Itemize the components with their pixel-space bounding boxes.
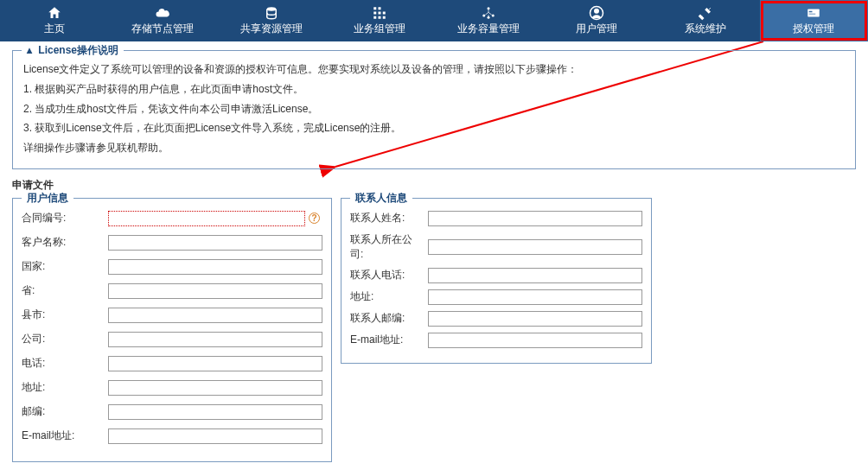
label-contract: 合同编号: (22, 211, 108, 225)
input-company[interactable] (108, 332, 322, 347)
nav-label: 业务组管理 (354, 22, 405, 36)
network-icon (480, 5, 497, 21)
nav-shared[interactable]: 共享资源管理 (217, 0, 326, 41)
row-ccompany: 联系人所在公司: (350, 232, 642, 262)
svg-point-10 (482, 15, 485, 17)
label-city: 县市: (22, 308, 108, 322)
contact-legend: 联系人信息 (350, 191, 412, 206)
nav-maintain[interactable]: 系统维护 (651, 0, 760, 41)
nav-storage[interactable]: 存储节点管理 (109, 0, 218, 41)
grid-icon (371, 5, 388, 21)
row-email: E-mail地址: (22, 428, 322, 444)
svg-rect-2 (379, 7, 381, 10)
license-desc-box: ▴ License操作说明 License文件定义了系统可以管理的设备和资源的授… (12, 50, 856, 169)
row-czip: 联系人邮编: (350, 311, 642, 327)
nav-group[interactable]: 业务组管理 (326, 0, 435, 41)
database-icon (263, 5, 280, 21)
contact-info-fieldset: 联系人信息 联系人姓名: 联系人所在公司: 联系人电话: 地址: 联系人邮编: (341, 198, 652, 364)
label-company: 公司: (22, 332, 108, 346)
desc-text: License文件定义了系统可以管理的设备和资源的授权许可信息。您要实现对系统以… (23, 60, 845, 158)
label-cphone: 联系人电话: (350, 268, 428, 282)
tools-icon (697, 5, 714, 21)
input-zip[interactable] (108, 404, 322, 420)
label-address: 地址: (22, 380, 108, 395)
svg-rect-4 (379, 12, 381, 15)
user-icon (588, 5, 605, 21)
label-province: 省: (22, 283, 108, 298)
label-country: 国家: (22, 259, 108, 274)
desc-line: License文件定义了系统可以管理的设备和资源的授权许可信息。您要实现对系统以… (23, 60, 845, 79)
input-czip[interactable] (428, 311, 642, 327)
input-contract[interactable] (108, 211, 305, 226)
label-customer: 客户名称: (22, 235, 108, 250)
collapse-icon[interactable]: ▴ (27, 44, 32, 56)
nav-license[interactable]: 授权管理 (760, 0, 869, 41)
desc-line: 详细操作步骤请参见联机帮助。 (23, 138, 845, 158)
input-country[interactable] (108, 259, 322, 275)
nav-capacity[interactable]: 业务容量管理 (434, 0, 543, 41)
input-caddress[interactable] (428, 289, 642, 305)
svg-rect-15 (808, 10, 820, 17)
card-icon (805, 5, 822, 21)
input-cemail[interactable] (428, 333, 642, 348)
user-legend: 用户信息 (22, 191, 73, 206)
svg-rect-6 (374, 16, 377, 19)
nav-user[interactable]: 用户管理 (543, 0, 652, 41)
input-province[interactable] (108, 283, 322, 299)
nav-bar: 主页 存储节点管理 共享资源管理 业务组管理 业务容量管理 用户管理 系统维护 … (0, 0, 868, 41)
input-cphone[interactable] (428, 268, 642, 283)
required-icon: ? (309, 213, 320, 224)
nav-label: 共享资源管理 (240, 22, 303, 36)
label-cemail: E-mail地址: (350, 333, 428, 347)
legend-text: License操作说明 (38, 44, 118, 56)
user-info-fieldset: 用户信息 合同编号: ? 客户名称: 国家: 省: 县市: (12, 198, 332, 462)
form-area: 用户信息 合同编号: ? 客户名称: 国家: 省: 县市: (12, 198, 856, 462)
nav-home[interactable]: 主页 (0, 0, 109, 41)
nav-label: 主页 (44, 22, 65, 36)
input-cname[interactable] (428, 211, 642, 226)
nav-label: 存储节点管理 (131, 22, 194, 36)
svg-rect-16 (809, 11, 813, 13)
input-ccompany[interactable] (428, 239, 642, 255)
svg-rect-1 (374, 7, 377, 10)
svg-point-0 (267, 7, 277, 11)
svg-point-14 (595, 10, 599, 14)
label-zip: 邮编: (22, 404, 108, 419)
svg-point-9 (487, 7, 489, 10)
row-company: 公司: (22, 332, 322, 347)
row-city: 县市: (22, 308, 322, 323)
row-country: 国家: (22, 259, 322, 275)
input-city[interactable] (108, 308, 322, 323)
desc-line: 3. 获取到License文件后，在此页面把License文件导入系统，完成Li… (23, 118, 845, 138)
label-phone: 电话: (22, 356, 108, 371)
row-customer: 客户名称: (22, 235, 322, 251)
label-caddress: 地址: (350, 289, 428, 304)
input-email[interactable] (108, 428, 322, 444)
svg-rect-17 (809, 14, 816, 15)
row-province: 省: (22, 283, 322, 299)
input-phone[interactable] (108, 356, 322, 371)
input-customer[interactable] (108, 235, 322, 251)
row-cemail: E-mail地址: (350, 333, 642, 348)
nav-label: 业务容量管理 (457, 22, 520, 36)
desc-line: 1. 根据购买产品时获得的用户信息，在此页面申请host文件。 (23, 79, 845, 99)
label-cname: 联系人姓名: (350, 211, 428, 225)
svg-rect-3 (374, 12, 377, 15)
row-cphone: 联系人电话: (350, 268, 642, 283)
license-legend: ▴ License操作说明 (22, 43, 124, 58)
svg-rect-5 (383, 12, 386, 15)
nav-label: 系统维护 (685, 22, 726, 36)
input-address[interactable] (108, 380, 322, 396)
row-address: 地址: (22, 380, 322, 396)
svg-rect-7 (379, 16, 381, 19)
row-phone: 电话: (22, 356, 322, 371)
nav-label: 用户管理 (576, 22, 617, 36)
content: ▴ License操作说明 License文件定义了系统可以管理的设备和资源的授… (0, 41, 868, 476)
svg-point-11 (492, 15, 495, 17)
row-cname: 联系人姓名: (350, 211, 642, 226)
label-ccompany: 联系人所在公司: (350, 232, 428, 262)
row-caddress: 地址: (350, 289, 642, 305)
label-email: E-mail地址: (22, 428, 108, 443)
row-contract: 合同编号: ? (22, 211, 322, 226)
home-icon (46, 5, 63, 21)
